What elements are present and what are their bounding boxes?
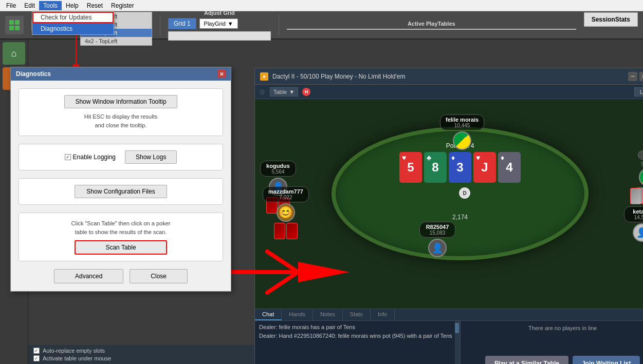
chat-line-2: Dealer: Hand #229510867240: felile morai…: [259, 332, 456, 340]
menu-diagnostics[interactable]: Diagnostics: [32, 23, 114, 34]
chat-area: Dealer: felile morais has a pair of Tens…: [255, 321, 460, 364]
no-players-text: There are no players in line: [465, 325, 644, 331]
card-2: ♣ 8: [424, 152, 447, 183]
sidebar-home-btn[interactable]: ⌂: [3, 42, 25, 65]
close-btn-diag[interactable]: Close: [130, 269, 188, 283]
scan-hint-text: Click "Scan Table" then click on a poker…: [71, 219, 171, 236]
active-tables-area: [287, 29, 576, 30]
grid1-select[interactable]: Grid 1: [168, 18, 196, 29]
grid-preview: [168, 31, 271, 41]
player-ketanh: ketanh 14,562 👤: [624, 188, 643, 242]
felile-avatar: [453, 131, 471, 150]
enable-logging-checkbox[interactable]: ✓: [65, 154, 71, 160]
card-1: ♥ 5: [399, 152, 422, 183]
r825047-chip: R825047 15,083: [419, 222, 455, 238]
right-panel: There are no players in line Play at a S…: [460, 321, 644, 364]
menu-tools[interactable]: Tools: [39, 1, 62, 10]
auto-replace-row: ✓ Auto-replace empty slots: [33, 348, 249, 354]
menu-edit[interactable]: Edit: [20, 1, 39, 10]
card-5: ♦ 4: [498, 152, 521, 183]
show-logs-btn[interactable]: Show Logs: [125, 150, 177, 164]
scan-table-btn[interactable]: Scan Table: [75, 240, 167, 255]
bet-amount: 2,174: [452, 214, 468, 221]
menubar: File Edit Tools Help Reset Register: [0, 0, 643, 11]
checkboxes-area: ✓ Auto-replace empty slots ✓ Activate ta…: [28, 345, 254, 364]
activate-under-mouse-checkbox[interactable]: ✓: [33, 355, 40, 361]
session-stats-button[interactable]: SessionStats: [584, 12, 638, 27]
tab-info[interactable]: Info: [371, 309, 395, 320]
show-config-btn[interactable]: Show Configuration Files: [75, 185, 167, 198]
menu-register[interactable]: Register: [107, 1, 138, 10]
scan-section: Click "Scan Table" then click on a poker…: [19, 213, 223, 261]
poker-titlebar: ♠ Dactyl II - 50/100 Play Money - No Lim…: [255, 68, 643, 85]
diagnostics-title: Diagnostics: [16, 70, 51, 78]
table-felt: D Pot: 2,174 ♥ 5 ♣ 8: [255, 99, 643, 309]
ketanh-cards: [630, 188, 643, 204]
menu-help[interactable]: Help: [62, 1, 83, 10]
fold-badge: Fold: [638, 150, 643, 160]
tab-hands[interactable]: Hands: [282, 309, 313, 320]
menu-reset[interactable]: Reset: [83, 1, 107, 10]
grid-icon[interactable]: [5, 16, 24, 34]
active-tables-label: Active PlayTables: [287, 21, 576, 27]
tab-notes[interactable]: Notes: [313, 309, 343, 320]
logging-row: ✓ Enable Logging Show Logs: [65, 150, 177, 164]
community-cards: ♥ 5 ♣ 8 ♦ 3 ♥ J: [399, 152, 521, 183]
enable-logging-label[interactable]: ✓ Enable Logging: [65, 154, 116, 161]
tab-chat[interactable]: Chat: [255, 309, 282, 320]
enable-logging-text: Enable Logging: [73, 154, 116, 161]
config-section: Show Configuration Files: [19, 178, 223, 205]
poker-bottom: Chat Hands Notes Stats Info Dealer: feli…: [255, 309, 643, 364]
ketanh-avatar: 👤: [633, 223, 643, 242]
minimize-btn[interactable]: ─: [628, 72, 637, 81]
dealer-button: D: [459, 187, 470, 199]
tab-stats[interactable]: Stats: [343, 309, 371, 320]
fold-stack: 9,500: [641, 161, 643, 167]
chat-scrollbar-thumb: [455, 323, 459, 333]
card-4: ♥ J: [473, 152, 496, 183]
poker-icon: ♠: [260, 72, 268, 81]
auto-replace-label: Auto-replace empty slots: [43, 348, 105, 354]
ketanh-chip: ketanh 14,562: [624, 206, 643, 222]
maximize-btn[interactable]: □: [639, 72, 643, 81]
diagnostics-titlebar: Diagnostics ✕: [11, 67, 231, 81]
felile-chip: felile morais 10,445: [440, 114, 484, 130]
action-buttons: Play at a Similar Table Join Waiting Lis…: [465, 356, 644, 364]
player-felile: felile morais 10,445: [440, 114, 484, 150]
show-window-tooltip-btn[interactable]: Show Window Information Tooltip: [64, 95, 177, 108]
poker-tabs: Chat Hands Notes Stats Info: [255, 309, 643, 321]
poker-window: ♠ Dactyl II - 50/100 Play Money - No Lim…: [254, 68, 643, 364]
poker-title: Dactyl II - 50/100 Play Money - No Limit…: [272, 73, 624, 80]
play-similar-button[interactable]: Play at a Similar Table: [485, 356, 568, 364]
diagnostics-footer: Advanced Close: [11, 269, 231, 291]
menu-file[interactable]: File: [2, 1, 20, 10]
player-r825047: R825047 15,083 👤: [419, 222, 455, 257]
diagnostics-dialog: Diagnostics ✕ Show Window Information To…: [10, 67, 231, 292]
poker-subtoolbar: ☆ Table ▼ H Lobby: [255, 85, 643, 99]
window-controls: ─ □ ✕: [628, 72, 643, 81]
logging-section: ✓ Enable Logging Show Logs: [19, 144, 223, 170]
tools-dropdown-menu: Check for Updates Diagnostics: [32, 11, 114, 35]
activate-under-mouse-row: ✓ Activate table under mouse: [33, 355, 249, 361]
player-mazzdam: mazzdam777 7,022 😊: [263, 186, 309, 239]
playgrid-dropdown[interactable]: PlayGrid ▼: [199, 18, 238, 29]
r825047-avatar: 👤: [428, 239, 447, 257]
table-dropdown[interactable]: Table ▼: [270, 87, 298, 97]
tooltip-hint-text: Hit ESC to display the resultsand close …: [84, 112, 157, 129]
kogudus-chip: kogudus 5,564: [260, 161, 296, 177]
mazzdam-cards: [274, 223, 298, 239]
activate-under-mouse-label: Activate table under mouse: [43, 355, 111, 361]
advanced-btn[interactable]: Advanced: [54, 269, 123, 283]
app-window: File Edit Tools Help Reset Register Chec…: [0, 0, 643, 364]
chat-line-1: Dealer: felile morais has a pair of Tens: [259, 323, 456, 332]
mazzdam-avatar: 😊: [277, 203, 295, 222]
chat-scrollbar[interactable]: [455, 321, 460, 364]
auto-replace-checkbox[interactable]: ✓: [33, 348, 40, 354]
menu-check-updates[interactable]: Check for Updates: [32, 12, 114, 23]
lobby-button[interactable]: Lobby: [634, 87, 643, 97]
diagnostics-body: Show Window Information Tooltip Hit ESC …: [11, 81, 231, 269]
h-badge: H: [302, 88, 310, 96]
star-icon[interactable]: ☆: [259, 88, 266, 96]
join-waiting-button[interactable]: Join Waiting List: [573, 356, 640, 364]
diagnostics-close-btn[interactable]: ✕: [217, 70, 226, 78]
